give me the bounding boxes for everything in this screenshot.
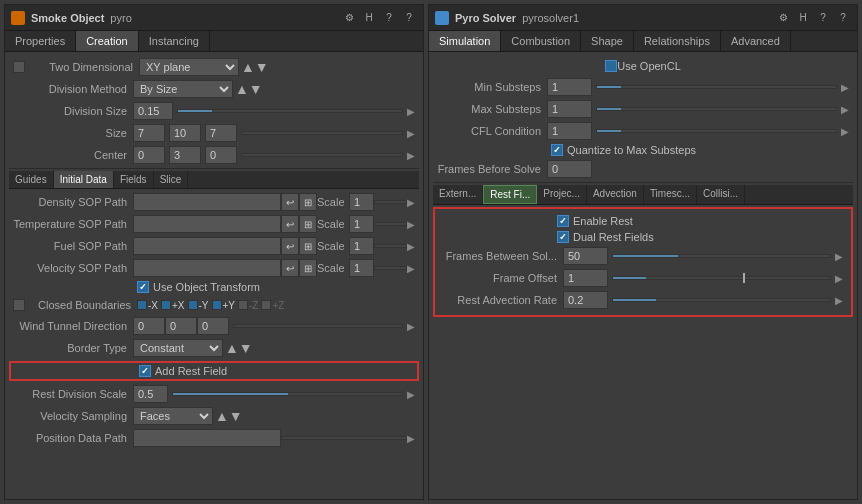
position-data-path-input[interactable]	[133, 429, 281, 447]
frames-between-solve-slider[interactable]	[612, 254, 831, 258]
tab-advanced[interactable]: Advanced	[721, 31, 791, 51]
min-substeps-slider[interactable]	[596, 85, 837, 89]
density-sop-browse[interactable]: ⊞	[299, 193, 317, 211]
rest-advection-rate-input[interactable]	[563, 291, 608, 309]
closed-boundaries-toggle[interactable]	[13, 299, 25, 311]
neg-y-checkbox[interactable]	[188, 300, 198, 310]
tab-creation[interactable]: Creation	[76, 31, 139, 51]
center-label: Center	[13, 149, 133, 161]
fuel-sop-pick[interactable]: ↩	[281, 237, 299, 255]
rest-division-scale-input[interactable]	[133, 385, 168, 403]
use-object-transform-checkbox[interactable]	[137, 281, 149, 293]
density-sop-input[interactable]	[133, 193, 281, 211]
center-slider[interactable]	[241, 153, 403, 157]
temperature-sop-input[interactable]	[133, 215, 281, 233]
border-type-select[interactable]: Constant	[133, 339, 223, 357]
temperature-sop-pick[interactable]: ↩	[281, 215, 299, 233]
two-dimensional-checkbox[interactable]	[13, 61, 25, 73]
center-x-input[interactable]	[133, 146, 165, 164]
neg-x-checkbox[interactable]	[137, 300, 147, 310]
pos-y-checkbox[interactable]	[212, 300, 222, 310]
fuel-scale-slider[interactable]	[374, 244, 407, 248]
sub-tab-guides[interactable]: Guides	[9, 171, 54, 188]
fuel-sop-input[interactable]	[133, 237, 281, 255]
min-substeps-input[interactable]	[547, 78, 592, 96]
size-x-input[interactable]	[133, 124, 165, 142]
smoke-object-header: Smoke Object pyro ⚙ H ? ?	[5, 5, 423, 31]
division-size-input[interactable]	[133, 102, 173, 120]
tab-shape[interactable]: Shape	[581, 31, 634, 51]
velocity-sampling-select[interactable]: Faces	[133, 407, 213, 425]
density-sop-pick[interactable]: ↩	[281, 193, 299, 211]
sub-tab-initial-data[interactable]: Initial Data	[54, 171, 114, 188]
pyro-bookmark-icon[interactable]: H	[795, 10, 811, 26]
sub-tab-collisi[interactable]: Collisi...	[697, 185, 745, 204]
wind-z-input[interactable]	[197, 317, 229, 335]
enable-rest-row: Enable Rest	[439, 213, 847, 229]
center-inputs	[133, 146, 237, 164]
temperature-scale-slider[interactable]	[374, 222, 407, 226]
pyro-help-icon[interactable]: ?	[835, 10, 851, 26]
tab-relationships[interactable]: Relationships	[634, 31, 721, 51]
add-rest-field-checkbox[interactable]	[139, 365, 151, 377]
rest-division-scale-slider[interactable]	[172, 392, 403, 396]
division-size-slider[interactable]	[177, 109, 403, 113]
velocity-sop-browse[interactable]: ⊞	[299, 259, 317, 277]
max-substeps-slider[interactable]	[596, 107, 837, 111]
quantize-checkbox[interactable]	[551, 144, 563, 156]
two-dimensional-row: Two Dimensional XY plane ▲▼	[9, 56, 419, 78]
wind-y-input[interactable]	[165, 317, 197, 335]
frame-offset-slider[interactable]	[612, 276, 831, 280]
velocity-scale-slider[interactable]	[374, 266, 407, 270]
density-scale-slider[interactable]	[374, 200, 407, 204]
center-z-input[interactable]	[205, 146, 237, 164]
temperature-scale-input[interactable]	[349, 215, 374, 233]
gear-icon[interactable]: ⚙	[341, 10, 357, 26]
sub-tab-slice[interactable]: Slice	[154, 171, 189, 188]
velocity-sop-pick[interactable]: ↩	[281, 259, 299, 277]
sub-tab-timesc[interactable]: Timesc...	[644, 185, 697, 204]
division-method-select[interactable]: By Size	[133, 80, 233, 98]
rest-advection-rate-slider[interactable]	[612, 298, 831, 302]
sub-tab-projec[interactable]: Projec...	[537, 185, 587, 204]
frames-between-solve-input[interactable]	[563, 247, 608, 265]
pos-x-checkbox[interactable]	[161, 300, 171, 310]
wind-x-input[interactable]	[133, 317, 165, 335]
tab-simulation[interactable]: Simulation	[429, 31, 501, 51]
frame-offset-input[interactable]	[563, 269, 608, 287]
temperature-sop-browse[interactable]: ⊞	[299, 215, 317, 233]
bookmark-icon[interactable]: H	[361, 10, 377, 26]
neg-z-checkbox[interactable]	[238, 300, 248, 310]
velocity-sop-input[interactable]	[133, 259, 281, 277]
wind-slider[interactable]	[233, 324, 403, 328]
fuel-scale-input[interactable]	[349, 237, 374, 255]
help-icon[interactable]: ?	[401, 10, 417, 26]
position-slider[interactable]	[281, 436, 407, 440]
size-slider[interactable]	[241, 131, 403, 135]
frames-before-solve-input[interactable]	[547, 160, 592, 178]
tab-combustion[interactable]: Combustion	[501, 31, 581, 51]
info-icon[interactable]: ?	[381, 10, 397, 26]
sub-tab-fields[interactable]: Fields	[114, 171, 154, 188]
use-opencl-checkbox[interactable]	[605, 60, 617, 72]
center-y-input[interactable]	[169, 146, 201, 164]
pos-z-checkbox[interactable]	[261, 300, 271, 310]
density-scale-input[interactable]	[349, 193, 374, 211]
tab-instancing[interactable]: Instancing	[139, 31, 210, 51]
size-y-input[interactable]	[169, 124, 201, 142]
sub-tab-rest-fi[interactable]: Rest Fi...	[483, 185, 537, 204]
cfl-condition-input[interactable]	[547, 122, 592, 140]
dual-rest-fields-checkbox[interactable]	[557, 231, 569, 243]
velocity-scale-input[interactable]	[349, 259, 374, 277]
size-z-input[interactable]	[205, 124, 237, 142]
sub-tab-advection[interactable]: Advection	[587, 185, 644, 204]
max-substeps-input[interactable]	[547, 100, 592, 118]
pyro-info-icon[interactable]: ?	[815, 10, 831, 26]
tab-properties[interactable]: Properties	[5, 31, 76, 51]
sub-tab-extern[interactable]: Extern...	[433, 185, 483, 204]
enable-rest-checkbox[interactable]	[557, 215, 569, 227]
two-dimensional-select[interactable]: XY plane	[139, 58, 239, 76]
cfl-slider[interactable]	[596, 129, 837, 133]
pyro-gear-icon[interactable]: ⚙	[775, 10, 791, 26]
fuel-sop-browse[interactable]: ⊞	[299, 237, 317, 255]
